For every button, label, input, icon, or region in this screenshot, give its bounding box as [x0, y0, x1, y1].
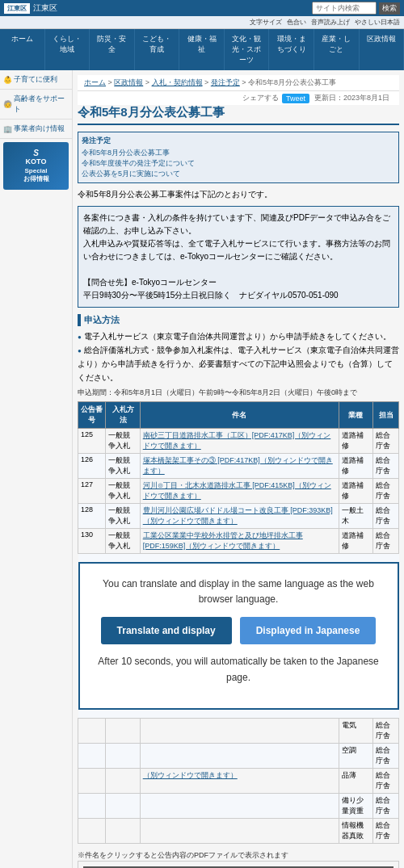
col-title: 件名 — [140, 402, 339, 429]
nav-children[interactable]: こども・育成 — [135, 29, 180, 70]
breadcrumb-ward[interactable]: 区政情報 — [114, 78, 143, 86]
search-button[interactable]: 検索 — [379, 2, 400, 15]
translate-popup: You can translate and display in the sam… — [78, 562, 399, 710]
col-method: 入札方法 — [106, 402, 140, 429]
update-date: 更新日：2023年8月1日 — [314, 93, 389, 103]
table-row: 情報機器真敗 総合庁舎 — [78, 818, 399, 843]
table-row: 備り少量資重 総合庁舎 — [78, 793, 399, 818]
main-nav: ホーム くらし・地域 防災・安全 こども・育成 健康・福祉 文化・観光・スポーツ… — [0, 29, 404, 70]
sidebar-item-childcare[interactable]: 👶 子育てに便利 — [0, 70, 72, 90]
nav-home[interactable]: ホーム — [0, 29, 45, 70]
nav-health[interactable]: 健康・福祉 — [179, 29, 225, 70]
translate-note: After 10 seconds, you will automatically… — [93, 654, 385, 685]
sidebar-item-business[interactable]: 🏢 事業者向け情報 — [0, 120, 72, 139]
translate-button-group: Translate and display Displayed in Japan… — [93, 617, 385, 644]
content-area: ホーム > 区政情報 > 入札・契約情報 > 発注予定 > 令和5年8月分公表公… — [73, 70, 404, 868]
contact-center: 【問合せ先】e-Tokyoコールセンター — [83, 276, 393, 289]
announcement-list: 発注予定 令和5年8月分公表公募工事 令和5年度後半の発注予定について 公表公募… — [78, 132, 399, 183]
nav-ward-info[interactable]: 区政情報 — [360, 29, 405, 70]
table-row: 126 一般競争入札 塚本橋架架工事その③ [PDF:417KB]（別ウィンドウ… — [78, 454, 399, 479]
logo: 江東区 — [4, 3, 30, 14]
col-no: 公告番号 — [78, 402, 106, 429]
share-label: シェアする — [242, 93, 279, 103]
col-dept: 担当 — [373, 402, 399, 429]
table-row: 127 一般競争入札 河川⊙丁目・北木水道路排水工事 [PDF:415KB]（別… — [78, 479, 399, 504]
related-links-section: 関連リンク 総合評価落札方式・競争参加入札提出書書類書類（別ウィンドウで開きます… — [78, 861, 399, 868]
table-row: 128 一般競争入札 豊川河川公園広場バドドル場コート改良工事 [PDF:393… — [78, 504, 399, 529]
breadcrumb-bid[interactable]: 入札・契約情報 — [152, 78, 203, 86]
top-bar: 江東区 江東区 検索 — [0, 0, 404, 16]
nav-culture[interactable]: 文化・観光・スポーツ — [225, 29, 270, 70]
table-note: ※件名をクリックすると公告内容のPDFファイルで表示されます — [78, 850, 399, 861]
apply-bullet-1: 電子入札サービス（東京電子自治体共同運営より）から申請手続きをしてください。 — [78, 329, 399, 343]
breadcrumb-current: 令和5年8月分公表公募工事 — [248, 78, 336, 86]
tweet-button[interactable]: Tweet — [282, 94, 309, 103]
apply-period: 申込期間：令和5年8月1日（火曜日）午前9時〜令和5年8月2日（火曜日）午後0時… — [78, 388, 399, 398]
nav-environment[interactable]: 環境・まちづくり — [269, 29, 314, 70]
translate-message: You can translate and display in the sam… — [93, 577, 385, 607]
works-table: 公告番号 入札方法 件名 業種 担当 125 一般競争入札 南砂三丁目道路排水工… — [78, 401, 399, 844]
translate-popup-row: You can translate and display in the sam… — [78, 554, 399, 719]
notice-body2: 入札申込みや質疑応答等は、全て電子入札サービスにて行います。事務方法等のお問い合… — [83, 237, 393, 263]
tel-info: 平日9時30分〜平後5時15分土日祝日除く ナビダイヤル0570-051-090 — [83, 289, 393, 302]
nav-community[interactable]: くらし・地域 — [45, 29, 90, 70]
child-icon: 👶 — [3, 76, 12, 84]
apply-bullet-list: 電子入札サービス（東京電子自治体共同運営より）から申請手続きをしてください。 総… — [78, 329, 399, 384]
table-row: 130 一般競争入札 工業公区業業中学校外水排管と及び地坪排水工事 [PDF:1… — [78, 529, 399, 554]
col-type: 業種 — [339, 402, 372, 429]
easy-japanese-link[interactable]: やさしい日本語 — [355, 18, 400, 27]
notice-body1: 各案件につき書・入札の条件を持けています下、関連及びPDFデータで申込み合をご確… — [83, 212, 393, 237]
district-name: 江東区 — [33, 2, 57, 14]
table-row: 125 一般競争入札 南砂三丁目道路排水工事（工区）[PDF:417KB]（別ウ… — [78, 429, 399, 454]
search-bar[interactable]: 検索 — [312, 2, 400, 15]
business-icon: 🏢 — [3, 125, 12, 133]
table-row: 空調 総合庁舎 — [78, 743, 399, 768]
share-bar: シェアする Tweet 更新日：2023年8月1日 — [78, 91, 399, 105]
notice-box: 各案件につき書・入札の条件を持けています下、関連及びPDFデータで申込み合をご確… — [78, 206, 399, 308]
nav-industry[interactable]: 産業・しごと — [314, 29, 360, 70]
elder-icon: 🧓 — [3, 100, 12, 108]
color-link[interactable]: 色合い — [287, 18, 306, 27]
breadcrumb-schedule[interactable]: 発注予定 — [211, 78, 240, 86]
displayed-in-japanese-button[interactable]: Displayed in Japanese — [240, 617, 377, 644]
breadcrumb-home[interactable]: ホーム — [84, 78, 106, 86]
apply-section-heading: 申込方法 — [78, 314, 399, 326]
apply-bullet-2: 総合評価落札方式・競争参加入札案件は、電子入札サービス（東京電子自治体共同運営よ… — [78, 343, 399, 384]
nav-disaster[interactable]: 防災・安全 — [90, 29, 135, 70]
sidebar-item-elderly[interactable]: 🧓 高齢者をサポート — [0, 90, 72, 120]
search-input[interactable] — [312, 2, 377, 15]
sidebar: 👶 子育てに便利 🧓 高齢者をサポート 🏢 事業者向け情報 S KOTO Spe… — [0, 70, 73, 868]
table-row: 電気 総合庁舎 — [78, 718, 399, 743]
font-size-link[interactable]: 文字サイズ — [250, 18, 282, 27]
audio-link[interactable]: 音声読み上げ — [311, 18, 350, 27]
intro-text: 令和5年8月分公表公募工事案件は下記のとおりです。 — [78, 188, 399, 201]
breadcrumb: ホーム > 区政情報 > 入札・契約情報 > 発注予定 > 令和5年8月分公表公… — [78, 75, 399, 91]
table-row: （別ウィンドウで開きます） 品薄 総合庁舎 — [78, 768, 399, 793]
page-layout: 👶 子育てに便利 🧓 高齢者をサポート 🏢 事業者向け情報 S KOTO Spe… — [0, 70, 404, 868]
skoto-banner[interactable]: S KOTO Specialお得情報 — [3, 142, 69, 190]
translate-display-button[interactable]: Translate and display — [101, 617, 232, 644]
page-title: 令和5年8月分公表公募工事 — [78, 105, 399, 125]
util-bar: 文字サイズ 色合い 音声読み上げ やさしい日本語 — [0, 16, 404, 29]
